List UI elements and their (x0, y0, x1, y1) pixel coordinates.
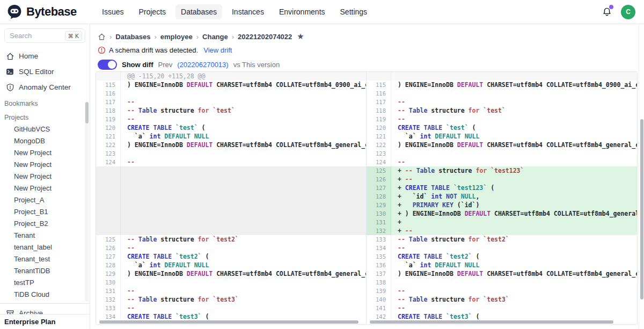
bookmark-star-icon[interactable]: ★ (297, 32, 304, 41)
breadcrumb-item-databases[interactable]: Databases (115, 33, 150, 41)
code-text: + -- Table structure for `test123` (391, 166, 637, 175)
sidebar-project-new-project[interactable]: New Project (0, 147, 90, 158)
sidebar-project-new-project[interactable]: New Project (0, 170, 90, 182)
diff-pane-previous: @@ -115,20 +115,28 @@115) ENGINE=InnoDB … (96, 72, 367, 324)
show-diff-label: Show diff (122, 61, 153, 69)
bytebase-logo[interactable]: Bytebase (0, 4, 90, 20)
sidebar-project-project-b1[interactable]: Project_B1 (0, 206, 90, 217)
schema-drift-banner: A schema drift was detected. View drift (90, 41, 639, 54)
line-number: 120 (96, 123, 121, 132)
line-number (96, 72, 121, 81)
show-diff-toggle[interactable] (98, 60, 117, 70)
diff-line: 119-- (367, 115, 637, 123)
code-text: -- (121, 98, 366, 106)
diff-line: 137) ENGINE=InnoDB DEFAULT CHARSET=utf8m… (367, 269, 637, 278)
nav-item-environments[interactable]: Environments (274, 4, 331, 19)
sidebar-item-anomaly-center[interactable]: Anomaly Center (0, 79, 90, 95)
code-text (391, 278, 637, 287)
line-number: 120 (367, 123, 391, 132)
breadcrumb-home-icon[interactable] (98, 33, 106, 41)
sidebar-project-tenant-test[interactable]: Tenant_test (0, 253, 90, 265)
sidebar-project-tidb-cloud[interactable]: TiDB Cloud (0, 288, 90, 300)
diff-line: 123 (367, 149, 637, 158)
main-content: › Databases › employee › Change › 202212… (90, 24, 639, 329)
code-text: + `id` int NOT NULL, (391, 192, 637, 201)
nav-item-instances[interactable]: Instances (226, 4, 269, 19)
sidebar-project-mongodb[interactable]: MongoDB (0, 135, 90, 147)
code-text: `a` int DEFAULT NULL (121, 132, 366, 141)
prev-version-link[interactable]: (202206270013) (177, 61, 228, 69)
diff-line: 116 (96, 89, 366, 98)
sidebar-project-project-b2[interactable]: Project_B2 (0, 217, 90, 229)
code-text (121, 166, 366, 235)
search-shortcut-badge: ⌘ K (65, 31, 82, 41)
sidebar-scrollbar-thumb[interactable] (85, 102, 89, 123)
left-pane-hscrollbar[interactable] (99, 320, 358, 324)
code-text (391, 149, 637, 158)
diff-line: 134-- (367, 244, 637, 252)
diff-line: 122) ENGINE=InnoDB DEFAULT CHARSET=utf8m… (96, 141, 366, 149)
line-number: 123 (96, 149, 121, 158)
diff-line: 129+ PRIMARY KEY (`id`) (367, 201, 637, 209)
diff-line: @@ -115,20 +115,28 @@ (96, 72, 366, 81)
user-avatar[interactable]: C (621, 5, 635, 19)
line-number: 125 (367, 166, 391, 175)
toggle-knob (108, 61, 116, 69)
sidebar-item-sql-editor[interactable]: SQL Editor (0, 64, 90, 79)
code-text: ) ENGINE=InnoDB DEFAULT CHARSET=utf8mb4 … (391, 141, 637, 149)
sidebar-item-label: Home (19, 52, 38, 60)
view-drift-link[interactable]: View drift (203, 46, 232, 54)
home-icon (5, 52, 14, 61)
sidebar-project-tenanttidb[interactable]: TenantTiDB (0, 265, 90, 276)
line-number: 139 (367, 287, 391, 295)
right-pane-hscrollbar[interactable] (370, 320, 613, 324)
sidebar-item-home[interactable]: Home (0, 48, 90, 64)
line-number: 115 (96, 81, 121, 89)
bytebase-logo-icon (6, 4, 23, 20)
line-number: 132 (367, 226, 391, 235)
sidebar-project-githubvcs[interactable]: GitHubVCS (0, 123, 90, 135)
diff-line: 126+ -- (367, 175, 637, 184)
line-number: 118 (367, 106, 391, 115)
code-text: -- (121, 244, 366, 252)
nav-item-projects[interactable]: Projects (133, 4, 171, 19)
line-number: 136 (367, 261, 391, 269)
line-number: 135 (367, 252, 391, 261)
diff-line: 141-- (367, 304, 637, 312)
diff-line: 133-- Table structure for `test2` (367, 235, 637, 244)
notification-bell-icon[interactable] (602, 6, 612, 17)
sidebar-scrollbar[interactable] (85, 102, 89, 302)
line-number: 127 (367, 184, 391, 192)
diff-line: 126-- (96, 244, 366, 252)
shield-icon (5, 83, 14, 92)
breadcrumb-item-employee[interactable]: employee (160, 33, 193, 41)
diff-line: 122) ENGINE=InnoDB DEFAULT CHARSET=utf8m… (367, 141, 637, 149)
breadcrumb-item-version: 20221202074022 (238, 33, 292, 41)
diff-line: 124-- (367, 158, 637, 166)
nav-item-issues[interactable]: Issues (97, 4, 129, 19)
search-input[interactable]: Search ⌘ K (4, 28, 85, 43)
code-text: -- (391, 115, 637, 123)
line-number: 119 (96, 115, 121, 123)
sidebar-project-tenant-label[interactable]: tenant_label (0, 241, 90, 253)
line-number (367, 72, 391, 81)
line-number: 117 (367, 98, 391, 106)
sidebar-project-tenant[interactable]: Tenant (0, 229, 90, 241)
sidebar-project-new-project[interactable]: New Project (0, 182, 90, 194)
diff-line: 138 (367, 278, 637, 287)
line-number: 117 (96, 98, 121, 106)
code-text: + PRIMARY KEY (`id`) (391, 201, 637, 209)
brand-name: Bytebase (26, 5, 77, 19)
sidebar-project-project-a[interactable]: Project_A (0, 194, 90, 206)
diff-line: 119-- (96, 115, 366, 123)
nav-item-databases[interactable]: Databases (175, 4, 222, 19)
sidebar-project-new-project[interactable]: New Project (0, 158, 90, 170)
breadcrumb-item-change[interactable]: Change (202, 33, 228, 41)
diff-line: 131+ (367, 218, 637, 226)
sidebar-project-testtp[interactable]: testTP (0, 276, 90, 288)
page-scrollbar-thumb[interactable] (640, 119, 643, 299)
page-scrollbar[interactable] (639, 24, 644, 329)
diff-controls: Show diff Prev (202206270013) vs This ve… (90, 54, 639, 70)
nav-item-settings[interactable]: Settings (335, 4, 373, 19)
code-text: ) ENGINE=InnoDB DEFAULT CHARSET=utf8mb4 … (391, 269, 637, 278)
